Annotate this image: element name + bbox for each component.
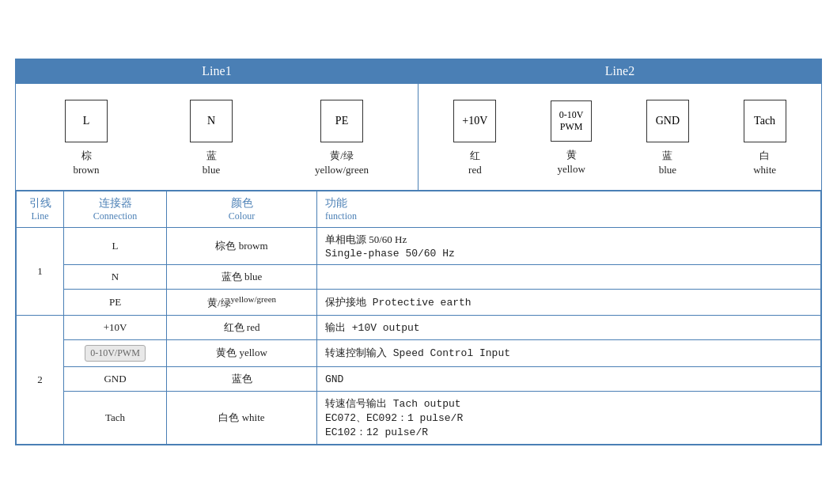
diagram-line1: L 棕brown N 蓝blue PE 黄/绿yellow/green bbox=[16, 84, 418, 189]
func-L: 单相电源 50/60 Hz Single-phase 50/60 Hz bbox=[317, 227, 821, 264]
conn-pwm: 0-10V/PWM bbox=[64, 339, 167, 366]
color-white: 白色 white bbox=[167, 391, 317, 444]
th-func: 功能 function bbox=[317, 191, 821, 227]
connector-GND: GND 蓝blue bbox=[646, 100, 689, 177]
color-blue: 蓝色 blue bbox=[167, 264, 317, 289]
header-line1: Line1 bbox=[16, 59, 418, 83]
conn-10V: +10V bbox=[64, 315, 167, 339]
table-row: 1 L 棕色 browm 单相电源 50/60 Hz Single-phase … bbox=[17, 227, 821, 264]
connector-box-Tach: Tach bbox=[744, 100, 786, 142]
table-row: GND 蓝色 GND bbox=[17, 366, 821, 391]
th-color-zh: 颜色 bbox=[175, 196, 309, 210]
connector-label-PE: 黄/绿yellow/green bbox=[315, 149, 369, 177]
th-color: 颜色 Colour bbox=[167, 191, 317, 227]
connector-L: L 棕brown bbox=[65, 100, 108, 177]
th-conn-en: Connection bbox=[72, 210, 158, 222]
th-color-en: Colour bbox=[175, 210, 309, 222]
func-PE: 保护接地 Protective earth bbox=[317, 289, 821, 315]
connector-PE: PE 黄/绿yellow/green bbox=[315, 100, 369, 177]
color-yellow: 黄色 yellow bbox=[167, 339, 317, 366]
func-N bbox=[317, 264, 821, 289]
diagram-line2: +10V 红red 0-10VPWM 黄yellow GND 蓝blue Tac… bbox=[418, 84, 821, 189]
connector-box-GND: GND bbox=[646, 100, 689, 142]
header-line2: Line2 bbox=[418, 59, 821, 83]
conn-N: N bbox=[64, 264, 167, 289]
connector-box-10V: +10V bbox=[453, 100, 496, 142]
connector-label-GND: 蓝blue bbox=[659, 149, 676, 177]
th-func-en: function bbox=[325, 210, 812, 222]
line-num-2: 2 bbox=[17, 315, 64, 444]
color-red: 红色 red bbox=[167, 315, 317, 339]
table-row: N 蓝色 blue bbox=[17, 264, 821, 289]
func-gnd: GND bbox=[317, 366, 821, 391]
th-line-en: Line bbox=[25, 210, 55, 222]
connector-label-Tach: 白white bbox=[753, 149, 776, 177]
func-10V: 输出 +10V output bbox=[317, 315, 821, 339]
data-table: 引线 Line 连接器 Connection 颜色 Colour 功能 func… bbox=[16, 191, 821, 445]
connector-label-10V: 红red bbox=[468, 149, 482, 177]
connector-box-PWM: 0-10VPWM bbox=[551, 100, 592, 142]
color-brown: 棕色 browm bbox=[167, 227, 317, 264]
connector-PWM: 0-10VPWM 黄yellow bbox=[551, 100, 592, 176]
main-container: Line1 Line2 L 棕brown N 蓝blue PE 黄/绿yello… bbox=[15, 59, 822, 445]
connector-label-N: 蓝blue bbox=[203, 149, 220, 177]
th-line: 引线 Line bbox=[17, 191, 64, 227]
color-blue2: 蓝色 bbox=[167, 366, 317, 391]
table-header-row: 引线 Line 连接器 Connection 颜色 Colour 功能 func… bbox=[17, 191, 821, 227]
header-row: Line1 Line2 bbox=[16, 59, 821, 84]
func-pwm: 转速控制输入 Speed Control Input bbox=[317, 339, 821, 366]
table-row: Tach 白色 white 转速信号输出 Tach output EC072、E… bbox=[17, 391, 821, 444]
connector-label-PWM: 黄yellow bbox=[557, 148, 585, 176]
conn-gnd: GND bbox=[64, 366, 167, 391]
connector-box-N: N bbox=[190, 100, 233, 142]
color-yg-small: yellow/green bbox=[231, 294, 276, 304]
color-yg: 黄/绿yellow/green bbox=[167, 289, 317, 315]
table-row: PE 黄/绿yellow/green 保护接地 Protective earth bbox=[17, 289, 821, 315]
connector-box-L: L bbox=[65, 100, 108, 142]
conn-tach: Tach bbox=[64, 391, 167, 444]
conn-L: L bbox=[64, 227, 167, 264]
connector-label-L: 棕brown bbox=[73, 149, 99, 177]
connector-10V: +10V 红red bbox=[453, 100, 496, 177]
th-line-zh: 引线 bbox=[25, 196, 55, 210]
table-row: 0-10V/PWM 黄色 yellow 转速控制输入 Speed Control… bbox=[17, 339, 821, 366]
th-conn-zh: 连接器 bbox=[72, 196, 158, 210]
line-num-1: 1 bbox=[17, 227, 64, 315]
table-row: 2 +10V 红色 red 输出 +10V output bbox=[17, 315, 821, 339]
func-tach: 转速信号输出 Tach output EC072、EC092：1 pulse/R… bbox=[317, 391, 821, 444]
connector-N: N 蓝blue bbox=[190, 100, 233, 177]
th-conn: 连接器 Connection bbox=[64, 191, 167, 227]
conn-PE: PE bbox=[64, 289, 167, 315]
connector-box-PE: PE bbox=[320, 100, 363, 142]
th-func-zh: 功能 bbox=[325, 196, 812, 210]
diagram-row: L 棕brown N 蓝blue PE 黄/绿yellow/green +10V… bbox=[16, 84, 821, 190]
connector-Tach: Tach 白white bbox=[744, 100, 786, 177]
